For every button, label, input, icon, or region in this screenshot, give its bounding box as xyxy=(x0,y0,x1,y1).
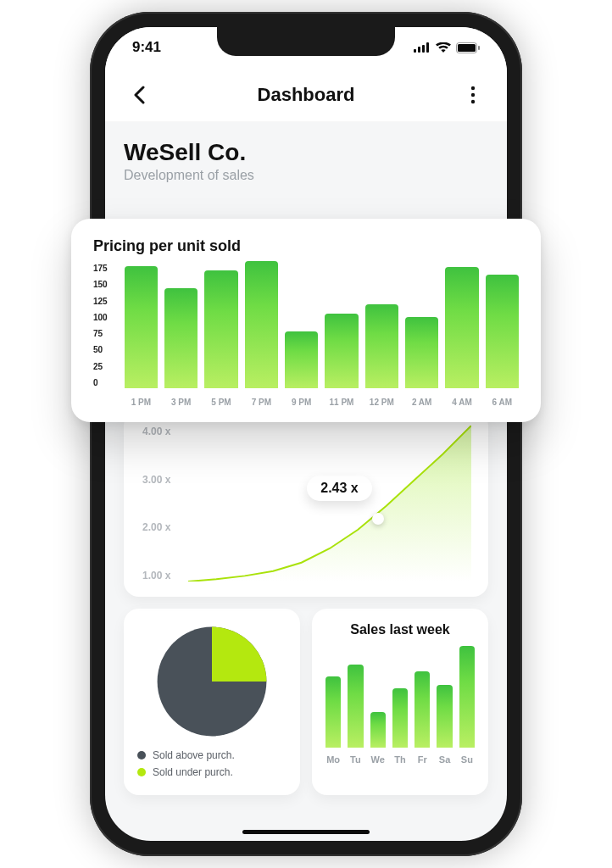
svg-rect-6 xyxy=(478,46,480,50)
pricing-title: Pricing per unit sold xyxy=(93,237,519,255)
week-bar xyxy=(392,688,408,748)
pricing-y-tick: 50 xyxy=(93,345,108,354)
multiplier-chart-card[interactable]: 4.00 x 3.00 x 2.00 x 1.00 x xyxy=(124,410,488,597)
pricing-y-axis: 1751501251007550250 xyxy=(93,264,108,389)
pricing-x-tick: 4 AM xyxy=(445,398,478,407)
pricing-bar xyxy=(325,314,358,388)
week-x-tick: Tu xyxy=(348,754,363,765)
week-bar xyxy=(370,712,386,748)
legend-dot-icon xyxy=(137,768,146,776)
week-x-tick: Fr xyxy=(414,754,430,765)
week-bar xyxy=(459,646,475,748)
phone-frame: 9:41 Dashboard xyxy=(90,12,522,856)
pricing-bars xyxy=(125,264,519,389)
pricing-y-tick: 25 xyxy=(93,362,108,371)
company-subtitle: Development of sales xyxy=(124,168,488,183)
pricing-y-tick: 100 xyxy=(93,313,108,322)
pricing-bar xyxy=(125,266,158,388)
page-title: Dashboard xyxy=(258,84,355,106)
pricing-y-tick: 150 xyxy=(93,280,108,289)
status-icons xyxy=(414,42,480,53)
svg-point-7 xyxy=(471,86,475,89)
week-title: Sales last week xyxy=(325,622,475,637)
pricing-y-tick: 125 xyxy=(93,297,108,306)
legend-under: Sold under purch. xyxy=(137,766,287,778)
legend-under-label: Sold under purch. xyxy=(153,766,233,778)
pricing-bar xyxy=(164,288,198,388)
week-x-axis: MoTuWeThFrSaSu xyxy=(325,754,475,765)
wifi-icon xyxy=(436,42,451,53)
more-button[interactable] xyxy=(459,81,487,108)
area-y-tick: 1.00 x xyxy=(142,570,170,581)
area-y-tick: 4.00 x xyxy=(142,426,170,437)
legend-dot-icon xyxy=(137,751,146,760)
pricing-x-tick: 9 PM xyxy=(285,398,318,407)
svg-rect-5 xyxy=(458,44,476,52)
pricing-card[interactable]: Pricing per unit sold 175150125100755025… xyxy=(71,219,541,422)
pricing-bar xyxy=(486,275,519,388)
pricing-x-tick: 5 PM xyxy=(204,398,237,407)
week-x-tick: Su xyxy=(459,754,475,765)
status-time: 9:41 xyxy=(132,39,161,56)
svg-rect-0 xyxy=(414,49,416,53)
pricing-y-tick: 175 xyxy=(93,264,108,273)
week-bar xyxy=(348,665,363,748)
pricing-x-tick: 6 AM xyxy=(486,398,519,407)
area-y-tick: 2.00 x xyxy=(142,521,170,533)
pricing-bar xyxy=(204,270,237,388)
week-bar xyxy=(325,676,341,748)
week-bars xyxy=(325,646,475,748)
area-y-axis: 4.00 x 3.00 x 2.00 x 1.00 x xyxy=(142,426,170,581)
pie-chart xyxy=(153,622,271,741)
legend-above: Sold above purch. xyxy=(137,749,287,761)
week-card[interactable]: Sales last week MoTuWeThFrSaSu xyxy=(312,609,488,795)
svg-rect-2 xyxy=(422,45,425,53)
pricing-y-tick: 0 xyxy=(93,378,108,387)
chevron-left-icon xyxy=(133,86,145,104)
pricing-bar xyxy=(285,331,318,388)
svg-point-9 xyxy=(471,99,475,103)
pricing-x-tick: 1 PM xyxy=(125,398,158,407)
more-vertical-icon xyxy=(470,86,476,104)
legend-above-label: Sold above purch. xyxy=(153,749,235,761)
home-indicator[interactable] xyxy=(242,830,370,834)
week-x-tick: Th xyxy=(392,754,408,765)
pricing-bar xyxy=(245,261,278,388)
pricing-x-tick: 12 PM xyxy=(365,398,398,407)
svg-rect-3 xyxy=(426,42,429,53)
battery-icon xyxy=(456,42,480,53)
bottom-row: Sold above purch. Sold under purch. Sale… xyxy=(124,609,488,795)
company-name: WeSell Co. xyxy=(124,139,488,166)
area-marker-label: 2.43 x xyxy=(307,476,371,501)
signal-icon xyxy=(414,42,431,53)
pricing-bar-chart: 1751501251007550250 1 PM3 PM5 PM7 PM9 PM… xyxy=(93,264,519,407)
pricing-bar xyxy=(365,304,398,388)
svg-point-8 xyxy=(471,92,475,96)
pricing-bar xyxy=(405,317,438,388)
pie-card[interactable]: Sold above purch. Sold under purch. xyxy=(124,609,300,795)
pricing-bar xyxy=(445,267,478,388)
week-bar xyxy=(437,685,452,748)
pricing-x-tick: 7 PM xyxy=(245,398,278,407)
week-bar xyxy=(414,671,430,748)
pricing-x-axis: 1 PM3 PM5 PM7 PM9 PM11 PM12 PM2 AM4 AM6 … xyxy=(125,398,519,407)
week-x-tick: Mo xyxy=(325,754,341,765)
area-y-tick: 3.00 x xyxy=(142,474,170,486)
notch xyxy=(217,27,395,56)
area-plot: 2.43 x xyxy=(188,426,471,581)
pricing-x-tick: 11 PM xyxy=(325,398,358,407)
screen: 9:41 Dashboard xyxy=(105,27,507,841)
pricing-x-tick: 2 AM xyxy=(405,398,438,407)
nav-bar: Dashboard xyxy=(105,68,507,122)
back-button[interactable] xyxy=(125,81,153,108)
svg-rect-1 xyxy=(418,47,420,53)
pricing-x-tick: 3 PM xyxy=(164,398,198,407)
pricing-y-tick: 75 xyxy=(93,329,108,338)
week-x-tick: Sa xyxy=(437,754,452,765)
week-x-tick: We xyxy=(370,754,386,765)
